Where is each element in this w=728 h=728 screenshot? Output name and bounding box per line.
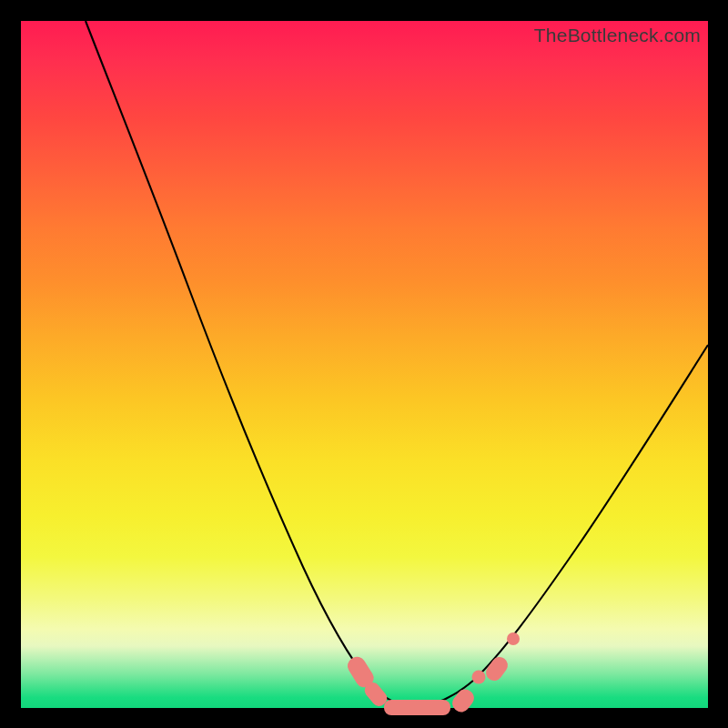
left-curve xyxy=(86,21,415,706)
curve-layer xyxy=(21,21,708,708)
marker-blob xyxy=(384,700,450,715)
trough-markers xyxy=(345,632,520,715)
right-curve xyxy=(415,345,708,706)
marker-dot xyxy=(507,632,520,645)
marker-blob xyxy=(482,653,511,683)
chart-frame: TheBottleneck.com xyxy=(0,0,728,728)
marker-blob xyxy=(450,686,478,715)
plot-area: TheBottleneck.com xyxy=(21,21,708,708)
marker-dot xyxy=(472,671,486,684)
